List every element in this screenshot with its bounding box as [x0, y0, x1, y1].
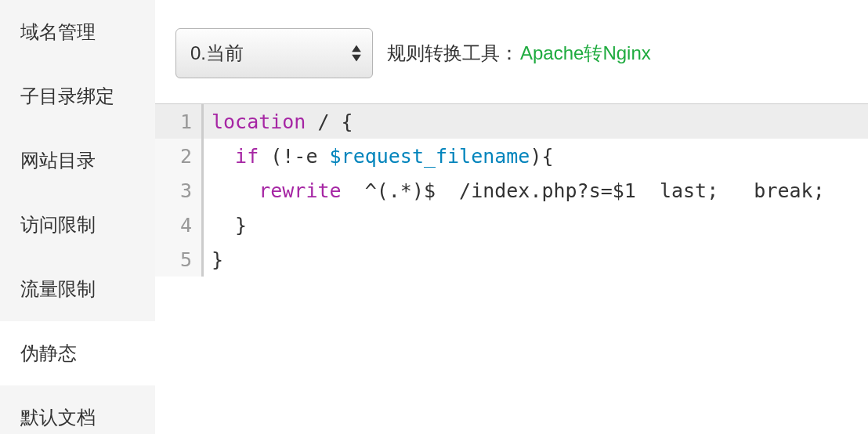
apache-to-nginx-link[interactable]: Apache转Nginx — [520, 41, 651, 66]
svg-marker-0 — [352, 45, 361, 52]
code-line: 4 } — [155, 208, 868, 242]
sidebar-item-2[interactable]: 网站目录 — [0, 128, 155, 193]
main-panel: 0.当前 规则转换工具： Apache转Nginx 1location / {2… — [155, 0, 868, 434]
code-content: } — [204, 214, 247, 237]
code-line: 3 rewrite ^(.*)$ /index.php?s=$1 last; b… — [155, 173, 868, 208]
code-content: if (!-e $request_filename){ — [204, 145, 554, 168]
line-number: 1 — [155, 104, 204, 139]
sidebar-item-1[interactable]: 子目录绑定 — [0, 64, 155, 128]
svg-marker-1 — [352, 55, 361, 62]
code-line: 5} — [155, 242, 868, 277]
sidebar-item-6[interactable]: 默认文档 — [0, 385, 155, 434]
rule-select-value: 0.当前 — [190, 41, 244, 66]
sidebar: 域名管理子目录绑定网站目录访问限制流量限制伪静态默认文档 — [0, 0, 155, 434]
code-content: rewrite ^(.*)$ /index.php?s=$1 last; bre… — [204, 179, 825, 202]
line-number: 2 — [155, 139, 204, 173]
convert-tool-label: 规则转换工具： — [387, 41, 519, 66]
toolbar: 0.当前 规则转换工具： Apache转Nginx — [155, 28, 868, 103]
sidebar-item-0[interactable]: 域名管理 — [0, 0, 155, 64]
code-content: } — [204, 248, 223, 271]
code-editor[interactable]: 1location / {2 if (!-e $request_filename… — [155, 103, 868, 277]
code-line: 2 if (!-e $request_filename){ — [155, 139, 868, 173]
rule-select[interactable]: 0.当前 — [175, 28, 373, 78]
code-content: location / { — [204, 110, 353, 133]
line-number: 3 — [155, 173, 204, 208]
chevron-updown-icon — [352, 45, 361, 62]
code-line: 1location / { — [155, 104, 868, 139]
sidebar-item-5[interactable]: 伪静态 — [0, 321, 155, 385]
sidebar-item-4[interactable]: 流量限制 — [0, 257, 155, 321]
line-number: 5 — [155, 242, 204, 277]
sidebar-item-3[interactable]: 访问限制 — [0, 193, 155, 257]
line-number: 4 — [155, 208, 204, 242]
